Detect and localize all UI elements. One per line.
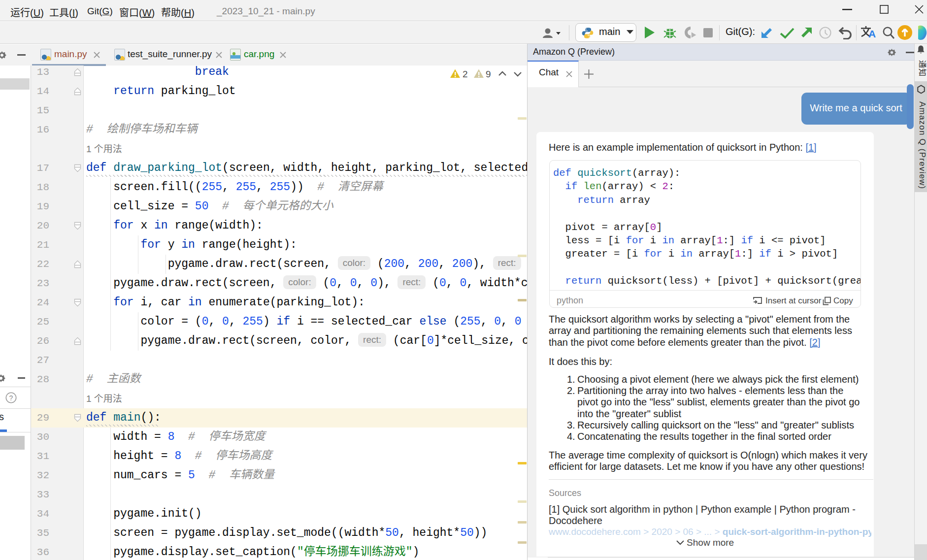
svg-text:9: 9 [486, 69, 491, 79]
svg-text:?: ? [9, 394, 13, 402]
svg-text:2: 2 [463, 69, 468, 79]
